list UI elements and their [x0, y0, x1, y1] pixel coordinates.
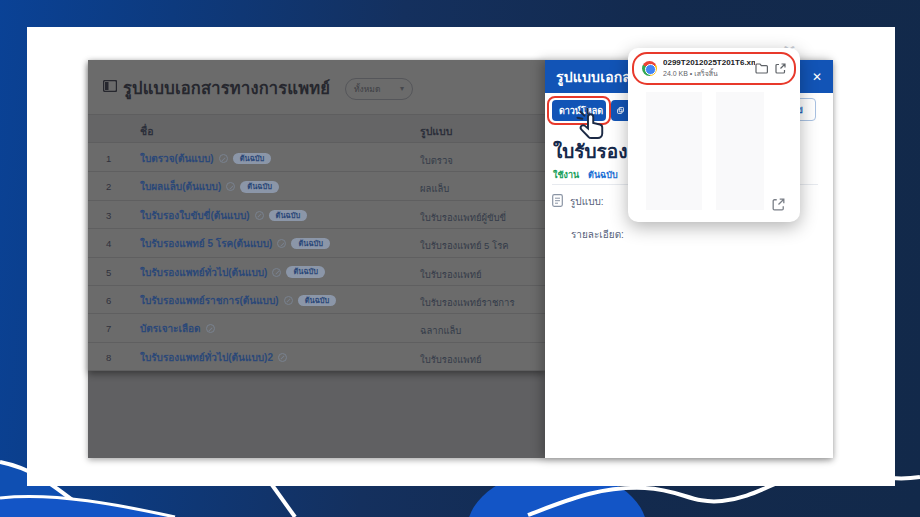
download-item-texts: 0299T2012025T201T6.xml 24.0 KB • เสร็จสิ… [663, 58, 755, 79]
card-title-row: รูปแบบเอกสารทางการแพทย์ ทั้งหมด ▾ [88, 60, 545, 114]
row-status-icon[interactable] [255, 211, 264, 220]
chrome-icon [642, 61, 657, 76]
row-name-link[interactable]: ใบรับรองใบขับขี่(ต้นแบบ) [140, 208, 250, 223]
download-popup: 0299T2012025T201T6.xml 24.0 KB • เสร็จสิ… [628, 48, 800, 222]
table-row[interactable]: 3 ใบรับรองใบขับขี่(ต้นแบบ) ต้นฉบับ ใบรับ… [88, 201, 545, 229]
row-format: ใบตรวจ [420, 153, 453, 168]
row-badge: ต้นฉบับ [286, 266, 325, 278]
row-number: 7 [106, 323, 111, 334]
row-format: ใบรับรองแพทย์ 5 โรค [420, 238, 509, 253]
row-badge: ต้นฉบับ [291, 238, 330, 250]
document-icon [552, 194, 563, 207]
row-format: ใบรับรองแพทย์ [420, 352, 481, 367]
column-header-format: รูปแบบ [420, 123, 452, 140]
row-badge: ต้นฉบับ [298, 295, 337, 307]
table-row[interactable]: 1 ใบตรวจ(ต้นแบบ) ต้นฉบับ ใบตรวจ [88, 144, 545, 172]
table-row[interactable]: 2 ใบผลแล็บ(ต้นแบบ) ต้นฉบับ ผลแล็บ [88, 172, 545, 200]
row-number: 1 [106, 153, 111, 164]
copy-icon [617, 106, 624, 115]
filter-dropdown-value: ทั้งหมด [354, 82, 380, 96]
close-icon[interactable]: ✕ [812, 71, 822, 83]
download-filename: 0299T2012025T201T6.xml [663, 58, 755, 67]
row-name-link[interactable]: ใบรับรองแพทย์ทั่วไป(ต้นแบบ) [140, 265, 267, 280]
row-status-icon[interactable] [272, 268, 281, 277]
table-row[interactable]: 4 ใบรับรองแพทย์ 5 โรค(ต้นแบบ) ต้นฉบับ ใบ… [88, 229, 545, 257]
row-format: ผลแล็บ [420, 181, 449, 196]
format-field-label: รูปแบบ: [570, 194, 632, 209]
hand-cursor-annotation [575, 108, 609, 144]
table-rows: 1 ใบตรวจ(ต้นแบบ) ต้นฉบับ ใบตรวจ 2 ใบผลแล… [88, 144, 545, 371]
popup-content-placeholder [716, 92, 764, 210]
row-number: 4 [106, 238, 111, 249]
row-badge: ต้นฉบับ [240, 181, 279, 193]
screen: ⌄ รูปแบบเอกสารทางการแพทย์ ทั้งหมด ▾ ชื่อ… [0, 0, 920, 517]
row-badge: ต้นฉบับ [233, 153, 272, 165]
detail-field-row: รายละเอียด: [571, 224, 624, 242]
table-row[interactable]: 8 ใบรับรองแพทย์ทั่วไป(ต้นแบบ)2 ใบรับรองแ… [88, 343, 545, 371]
document-format-card: รูปแบบเอกสารทางการแพทย์ ทั้งหมด ▾ ชื่อ ร… [88, 60, 545, 371]
status-row: ใช้งาน ต้นฉบับ [553, 168, 618, 182]
column-header-name: ชื่อ [140, 123, 153, 140]
table-row[interactable]: 5 ใบรับรองแพทย์ทั่วไป(ต้นแบบ) ต้นฉบับ ใบ… [88, 258, 545, 286]
row-name-link[interactable]: ใบผลแล็บ(ต้นแบบ) [140, 179, 221, 194]
row-status-icon[interactable] [277, 239, 286, 248]
row-format: ใบรับรองแพทย์ราชการ [420, 295, 515, 310]
row-name-link[interactable]: ใบรับรองแพทย์ราชการ(ต้นแบบ) [140, 293, 279, 308]
row-format: ฉลากแล็บ [420, 323, 461, 338]
open-file-icon[interactable] [775, 63, 786, 74]
filter-dropdown[interactable]: ทั้งหมด ▾ [345, 78, 413, 100]
page-title: รูปแบบเอกสารทางการแพทย์ [123, 75, 330, 101]
status-active-badge: ใช้งาน [553, 168, 579, 182]
row-status-icon[interactable] [284, 296, 293, 305]
row-status-icon[interactable] [206, 324, 215, 333]
table-row[interactable]: 6 ใบรับรองแพทย์ราชการ(ต้นแบบ) ต้นฉบับ ใบ… [88, 286, 545, 314]
download-meta: 24.0 KB • เสร็จสิ้น [663, 68, 755, 79]
row-number: 2 [106, 181, 111, 192]
panel-layout-icon [103, 80, 117, 92]
row-format: ใบรับรองแพทย์ [420, 267, 481, 282]
row-name-link[interactable]: บัตรเจาะเลือด [140, 321, 201, 336]
download-item[interactable]: 0299T2012025T201T6.xml 24.0 KB • เสร็จสิ… [632, 52, 796, 85]
row-format: ใบรับรองแพทย์ผู้ขับขี่ [420, 210, 506, 225]
row-status-icon[interactable] [278, 353, 287, 362]
show-in-folder-icon[interactable] [755, 63, 768, 74]
popup-content-placeholder [646, 92, 702, 210]
detail-field-label: รายละเอียด: [571, 229, 624, 240]
caret-down-icon: ▾ [400, 85, 404, 93]
row-badge: ต้นฉบับ [269, 210, 308, 222]
status-original-badge: ต้นฉบับ [588, 168, 618, 182]
table-row[interactable]: 7 บัตรเจาะเลือด ฉลากแล็บ [88, 314, 545, 342]
expand-popup-icon[interactable] [772, 198, 785, 211]
row-name-link[interactable]: ใบรับรองแพทย์ทั่วไป(ต้นแบบ)2 [140, 350, 273, 365]
row-number: 6 [106, 295, 111, 306]
row-name-link[interactable]: ใบตรวจ(ต้นแบบ) [140, 151, 214, 166]
row-name-link[interactable]: ใบรับรองแพทย์ 5 โรค(ต้นแบบ) [140, 236, 272, 251]
row-number: 3 [106, 210, 111, 221]
row-status-icon[interactable] [219, 154, 228, 163]
row-status-icon[interactable] [226, 182, 235, 191]
row-number: 8 [106, 352, 111, 363]
row-number: 5 [106, 267, 111, 278]
table-header: ชื่อ รูปแบบ [88, 114, 545, 143]
